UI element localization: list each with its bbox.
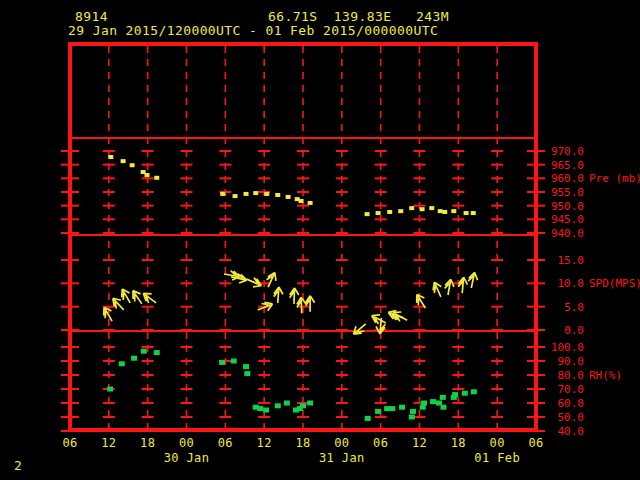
wind-speed-axis-title: SPD(MPS) <box>589 277 640 290</box>
pressure-point <box>130 163 135 167</box>
pressure-point <box>264 192 269 196</box>
pressure-point <box>420 207 425 211</box>
rh-point <box>399 405 405 410</box>
relative-humidity-tick-label: 80.0 <box>558 369 585 382</box>
rh-point <box>219 360 225 365</box>
wind-arrow-glyph <box>387 308 405 322</box>
wind-arrow-glyph <box>264 271 279 289</box>
x-axis-hour-label: 06 <box>528 436 543 450</box>
relative-humidity-tick-label: 90.0 <box>558 355 585 368</box>
x-axis-date-label: 30 Jan <box>164 451 210 465</box>
pressure-tick-label: 965.0 <box>551 159 584 172</box>
pressure-point <box>438 209 443 213</box>
wind-arrow <box>430 280 445 298</box>
relative-humidity-tick-label: 60.0 <box>558 397 585 410</box>
relative-humidity-tick-label: 50.0 <box>558 411 585 424</box>
pressure-point <box>121 159 126 163</box>
relative-humidity-tick-label: 40.0 <box>558 425 585 438</box>
wind-speed-tick-label: 10.0 <box>558 277 585 290</box>
rh-point <box>307 401 313 406</box>
meteogram-canvas: 970.0965.0960.0955.0950.0945.0940.0Pre (… <box>0 0 640 480</box>
x-axis-hour-label: 06 <box>218 436 233 450</box>
pressure-tick-label: 950.0 <box>551 200 584 213</box>
pressure-point <box>409 206 414 210</box>
pressure-point <box>253 191 258 195</box>
wind-arrow <box>110 295 127 313</box>
pressure-tick-label: 960.0 <box>551 172 584 185</box>
rh-point <box>231 359 237 364</box>
rh-point <box>389 406 395 411</box>
wind-arrow <box>297 297 307 313</box>
x-axis-hour-label: 12 <box>257 436 272 450</box>
rh-point <box>284 401 290 406</box>
page-number: 2 <box>14 458 22 473</box>
wind-arrow-glyph <box>430 280 445 298</box>
wind-speed-tick-label: 5.0 <box>564 301 584 314</box>
wind-speed-tick-label: 0.0 <box>564 324 584 337</box>
relative-humidity-axis-title: RH(%) <box>589 369 622 382</box>
wind-arrow-glyph <box>458 277 468 294</box>
x-axis-hour-label: 12 <box>412 436 427 450</box>
pressure-point <box>108 155 113 159</box>
wind-arrow <box>141 290 159 307</box>
x-axis-hour-label: 00 <box>334 436 349 450</box>
pressure-tick-label: 970.0 <box>551 145 584 158</box>
wind-arrow-glyph <box>351 320 369 337</box>
rh-point <box>440 405 446 410</box>
rh-point <box>154 350 160 355</box>
pressure-point <box>275 193 280 197</box>
x-axis-date-label: 31 Jan <box>319 451 365 465</box>
x-axis-hour-label: 06 <box>62 436 77 450</box>
rh-point <box>471 389 477 394</box>
pressure-point <box>145 173 150 177</box>
rh-point <box>257 406 263 411</box>
wind-arrow <box>273 287 283 304</box>
wind-arrow-glyph <box>413 292 429 310</box>
rh-point <box>141 349 147 354</box>
pressure-point <box>442 210 447 214</box>
rh-point <box>131 356 137 361</box>
pressure-tick-label: 940.0 <box>551 227 584 240</box>
wind-arrow <box>264 271 279 289</box>
pressure-point <box>365 212 370 216</box>
wind-arrow-glyph <box>110 295 127 313</box>
pressure-point <box>376 211 381 215</box>
rh-point <box>452 392 458 397</box>
rh-point <box>275 403 281 408</box>
pressure-point <box>220 192 225 196</box>
pressure-point <box>471 211 476 215</box>
rh-point <box>410 409 416 414</box>
rh-point <box>409 415 415 420</box>
pressure-point <box>387 210 392 214</box>
rh-point <box>440 395 446 400</box>
relative-humidity-tick-label: 100.0 <box>551 341 584 354</box>
rh-point <box>119 361 125 366</box>
pressure-point <box>464 211 469 215</box>
wind-arrow <box>467 271 479 289</box>
rh-point <box>384 406 390 411</box>
x-axis-hour-label: 18 <box>451 436 466 450</box>
wind-arrow <box>118 287 134 305</box>
rh-point <box>462 391 468 396</box>
wind-arrow <box>351 320 369 337</box>
wind-speed-tick-label: 15.0 <box>558 254 585 267</box>
pressure-point <box>398 209 403 213</box>
wind-arrow-glyph <box>467 271 479 289</box>
wind-arrow-glyph <box>273 287 283 304</box>
pressure-point <box>299 199 304 203</box>
x-axis-hour-label: 18 <box>140 436 155 450</box>
wind-arrow <box>413 292 429 310</box>
pressure-point <box>244 192 249 196</box>
wind-arrow <box>387 308 405 322</box>
rh-point <box>263 408 269 413</box>
rh-point <box>300 403 306 408</box>
wind-arrow <box>444 278 456 295</box>
wind-arrow-glyph <box>118 287 134 305</box>
rh-point <box>365 416 371 421</box>
rh-point <box>375 409 381 414</box>
rh-point <box>421 401 427 406</box>
wind-arrow-glyph <box>306 296 315 312</box>
pressure-axis-title: Pre (mb) <box>589 172 640 185</box>
relative-humidity-tick-label: 70.0 <box>558 383 585 396</box>
pressure-point <box>429 206 434 210</box>
